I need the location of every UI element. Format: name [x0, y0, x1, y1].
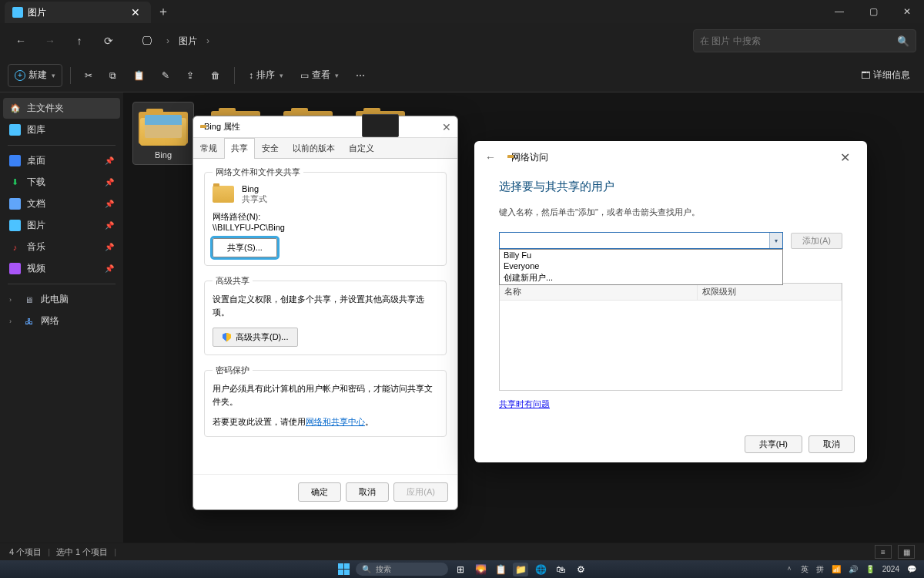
pin-icon[interactable]: 📌 — [105, 264, 114, 273]
copy-icon: ⧉ — [109, 70, 116, 81]
search-box[interactable]: 🔍 — [693, 29, 916, 52]
dialog-header[interactable]: ← 网络访问 ✕ — [474, 141, 867, 173]
close-window-button[interactable]: ✕ — [890, 0, 924, 23]
breadcrumb-pictures[interactable]: 图片 — [176, 35, 200, 48]
ime-indicator[interactable]: 英 — [801, 564, 808, 575]
sidebar-item-gallery[interactable]: 图库 — [3, 119, 120, 140]
pin-icon[interactable]: 📌 — [105, 156, 114, 165]
new-button[interactable]: + 新建 ▾ — [8, 64, 62, 87]
close-tab-icon[interactable]: ✕ — [128, 6, 143, 18]
sort-button[interactable]: ↕ 排序 ▾ — [243, 64, 290, 87]
tab-previous-versions[interactable]: 以前的版本 — [286, 138, 342, 158]
tab-share[interactable]: 共享 — [224, 138, 255, 159]
share-button[interactable]: ⇪ — [180, 64, 200, 87]
sidebar-item-music[interactable]: ♪ 音乐 📌 — [3, 237, 120, 257]
cut-button[interactable]: ✂ — [79, 64, 99, 87]
dropdown-toggle[interactable]: ▾ — [769, 233, 782, 248]
new-tab-button[interactable]: ＋ — [151, 0, 176, 23]
shared-users-list[interactable]: 名称 权限级别 — [499, 283, 842, 391]
sidebar-item-pictures[interactable]: 图片 📌 — [3, 215, 120, 236]
view-button[interactable]: ▭ 查看 ▾ — [294, 64, 345, 87]
sidebar-item-thispc[interactable]: › 🖥 此电脑 — [3, 289, 120, 310]
pin-icon[interactable]: 📌 — [105, 243, 114, 251]
tab-customize[interactable]: 自定义 — [342, 138, 381, 158]
user-combobox[interactable]: ▾ Billy Fu Everyone 创建新用户... — [499, 232, 783, 249]
edge-button[interactable]: 🌐 — [533, 563, 548, 576]
maximize-button[interactable]: ▢ — [856, 0, 890, 23]
sidebar-item-network[interactable]: › 🖧 网络 — [3, 311, 120, 331]
battery-icon[interactable]: 🔋 — [865, 565, 875, 573]
copy-button[interactable]: ⧉ — [103, 64, 122, 87]
search-input[interactable] — [700, 35, 897, 46]
cancel-button[interactable]: 取消 — [808, 435, 855, 453]
ellipsis-icon: ⋯ — [356, 70, 365, 81]
breadcrumb-root-icon[interactable]: 🖵 — [134, 28, 160, 54]
documents-icon — [9, 198, 21, 210]
desktop-icon — [9, 155, 21, 166]
clock-year[interactable]: 2024 — [882, 565, 899, 573]
user-input[interactable] — [499, 232, 783, 249]
file-explorer-button[interactable]: 📁 — [513, 563, 528, 576]
sidebar-item-videos[interactable]: 视频 📌 — [3, 258, 120, 279]
pin-icon[interactable]: 📌 — [105, 178, 114, 187]
dropdown-option[interactable]: Everyone — [500, 260, 782, 271]
advanced-share-button[interactable]: 高级共享(D)... — [213, 328, 298, 347]
store-button[interactable]: 🛍 — [553, 563, 568, 576]
pin-icon[interactable]: 📌 — [105, 221, 114, 230]
tab-general[interactable]: 常规 — [193, 138, 224, 158]
col-permission[interactable]: 权限级别 — [698, 284, 842, 300]
tray-chevron-icon[interactable]: ＾ — [785, 564, 793, 575]
delete-button[interactable]: 🗑 — [205, 64, 226, 87]
back-icon[interactable]: ← — [485, 151, 496, 163]
folder-bing[interactable]: Bing — [132, 102, 194, 165]
settings-button[interactable]: ⚙ — [573, 563, 588, 576]
list-view-button[interactable]: ≡ — [875, 545, 892, 559]
sidebar-item-downloads[interactable]: ⬇ 下载 📌 — [3, 172, 120, 193]
sidebar-item-label: 图库 — [27, 123, 45, 136]
taskbar-app[interactable]: 🌄 — [473, 563, 488, 576]
folder-label: Bing — [155, 150, 172, 160]
ok-button[interactable]: 确定 — [298, 482, 341, 502]
task-view-button[interactable]: ⊞ — [453, 563, 468, 576]
minimize-button[interactable]: — — [822, 0, 856, 23]
network-center-link[interactable]: 网络和共享中心 — [306, 417, 365, 426]
window-tab-pictures[interactable]: 图片 ✕ — [5, 2, 151, 23]
sidebar-item-desktop[interactable]: 桌面 📌 — [3, 150, 120, 171]
sharing-issues-link[interactable]: 共享时有问题 — [499, 398, 842, 410]
cancel-button[interactable]: 取消 — [346, 482, 389, 502]
start-button[interactable] — [336, 563, 351, 576]
close-icon[interactable]: ✕ — [834, 147, 856, 168]
chevron-right-icon[interactable]: › — [9, 318, 17, 325]
taskbar-search[interactable]: 🔍搜索 — [356, 563, 448, 576]
pin-icon[interactable]: 📌 — [105, 200, 114, 208]
share-button[interactable]: 共享(S)... — [213, 238, 277, 257]
taskbar-app[interactable]: 📋 — [493, 563, 508, 576]
notifications-icon[interactable]: 💬 — [907, 565, 916, 573]
close-icon[interactable]: ✕ — [442, 121, 451, 133]
more-button[interactable]: ⋯ — [350, 64, 371, 87]
sidebar-item-home[interactable]: 🏠 主文件夹 — [3, 98, 120, 119]
add-button[interactable]: 添加(A) — [791, 233, 842, 249]
grid-view-button[interactable]: ▦ — [898, 545, 915, 559]
dropdown-option[interactable]: 创建新用户... — [500, 271, 782, 284]
chevron-right-icon[interactable]: › — [9, 296, 17, 304]
col-name[interactable]: 名称 — [500, 284, 698, 300]
share-confirm-button[interactable]: 共享(H) — [745, 435, 802, 453]
tab-security[interactable]: 安全 — [255, 138, 286, 158]
group-title: 网络文件和文件夹共享 — [213, 166, 303, 178]
dialog-titlebar[interactable]: Bing 属性 ✕ — [193, 116, 457, 138]
volume-icon[interactable]: 🔊 — [849, 565, 858, 573]
ime-mode[interactable]: 拼 — [816, 564, 824, 575]
rename-button[interactable]: ✎ — [156, 64, 176, 87]
sidebar-item-documents[interactable]: 文档 📌 — [3, 193, 120, 214]
paste-button[interactable]: 📋 — [127, 64, 151, 87]
forward-button[interactable]: → — [37, 28, 63, 54]
refresh-button[interactable]: ⟳ — [95, 28, 122, 54]
back-button[interactable]: ← — [8, 28, 34, 54]
dropdown-option[interactable]: Billy Fu — [500, 250, 782, 260]
search-icon[interactable]: 🔍 — [897, 35, 909, 47]
up-button[interactable]: ↑ — [66, 28, 92, 54]
apply-button[interactable]: 应用(A) — [393, 482, 448, 502]
wifi-icon[interactable]: 📶 — [832, 565, 841, 573]
details-pane-button[interactable]: 🗔 详细信息 — [855, 64, 916, 87]
